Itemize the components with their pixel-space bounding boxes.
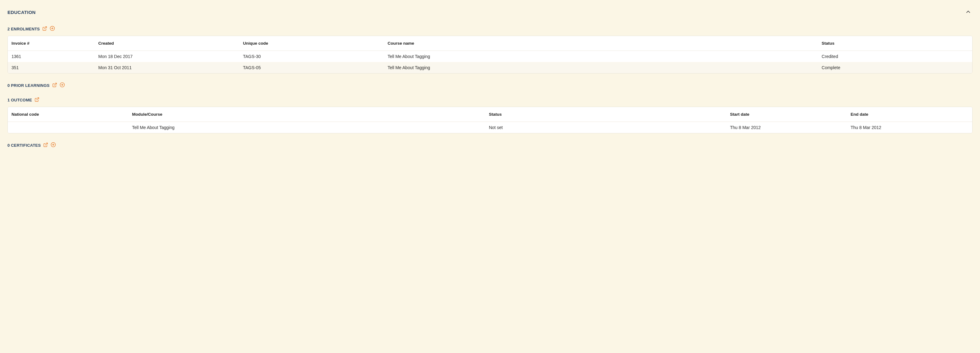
table-header-row: National code Module/Course Status Start… [8,107,972,122]
table-row[interactable]: 351 Mon 31 Oct 2011 TAGS-05 Tell Me Abou… [8,62,972,73]
cell-status: Not set [485,122,726,133]
external-link-icon [35,97,40,103]
cell-created: Mon 18 Dec 2017 [95,51,239,62]
enrolments-add-button[interactable] [50,26,55,32]
enrolments-table-wrap: Invoice # Created Unique code Course nam… [8,36,972,73]
prior-learnings-header: 0 PRIOR LEARNINGS [8,82,972,89]
outcome-table: National code Module/Course Status Start… [8,107,972,133]
plus-circle-icon [60,82,65,89]
outcome-heading: 1 OUTCOME [8,98,32,102]
col-status[interactable]: Status [485,107,726,122]
chevron-up-icon [965,9,971,16]
col-end-date[interactable]: End date [847,107,972,122]
col-course-name[interactable]: Course name [384,36,818,51]
cell-created: Mon 31 Oct 2011 [95,62,239,73]
prior-learnings-heading: 0 PRIOR LEARNINGS [8,83,50,88]
collapse-button[interactable] [964,8,972,17]
cell-module-course: Tell Me About Tagging [128,122,485,133]
outcome-header: 1 OUTCOME [8,97,972,103]
cell-status: Complete [818,62,972,73]
cell-unique-code: TAGS-30 [239,51,384,62]
cell-start-date: Thu 8 Mar 2012 [726,122,847,133]
certificates-heading: 0 CERTIFICATES [8,143,41,148]
certificates-add-button[interactable] [51,142,56,148]
certificates-section: 0 CERTIFICATES [8,142,972,148]
svg-line-8 [37,98,39,100]
outcome-table-wrap: National code Module/Course Status Start… [8,107,972,133]
col-status[interactable]: Status [818,36,972,51]
outcome-open-button[interactable] [35,97,40,103]
cell-course-name: Tell Me About Tagging [384,51,818,62]
col-module-course[interactable]: Module/Course [128,107,485,122]
plus-circle-icon [51,142,56,148]
svg-line-9 [45,143,48,145]
prior-learnings-open-button[interactable] [52,82,57,89]
enrolments-open-button[interactable] [42,26,47,32]
prior-learnings-section: 0 PRIOR LEARNINGS [8,82,972,89]
cell-invoice: 1361 [8,51,95,62]
svg-line-4 [54,83,56,85]
plus-circle-icon [50,26,55,32]
enrolments-section: 2 ENROLMENTS Invoice # Creat [8,26,972,73]
cell-course-name: Tell Me About Tagging [384,62,818,73]
prior-learnings-add-button[interactable] [60,82,65,89]
external-link-icon [42,26,47,32]
table-row[interactable]: 1361 Mon 18 Dec 2017 TAGS-30 Tell Me Abo… [8,51,972,62]
enrolments-table: Invoice # Created Unique code Course nam… [8,36,972,73]
certificates-open-button[interactable] [43,142,48,148]
table-header-row: Invoice # Created Unique code Course nam… [8,36,972,51]
enrolments-heading: 2 ENROLMENTS [8,27,40,31]
svg-line-0 [45,27,46,29]
col-invoice[interactable]: Invoice # [8,36,95,51]
cell-status: Credited [818,51,972,62]
table-row[interactable]: Tell Me About Tagging Not set Thu 8 Mar … [8,122,972,133]
education-panel-header: EDUCATION [8,8,972,17]
cell-invoice: 351 [8,62,95,73]
external-link-icon [52,82,57,89]
col-unique-code[interactable]: Unique code [239,36,384,51]
col-national-code[interactable]: National code [8,107,128,122]
cell-end-date: Thu 8 Mar 2012 [847,122,972,133]
certificates-header: 0 CERTIFICATES [8,142,972,148]
cell-national-code [8,122,128,133]
col-created[interactable]: Created [95,36,239,51]
external-link-icon [43,142,48,148]
col-start-date[interactable]: Start date [726,107,847,122]
cell-unique-code: TAGS-05 [239,62,384,73]
outcome-section: 1 OUTCOME National code Module/Course St… [8,97,972,133]
enrolments-header: 2 ENROLMENTS [8,26,972,32]
education-title: EDUCATION [8,9,36,15]
